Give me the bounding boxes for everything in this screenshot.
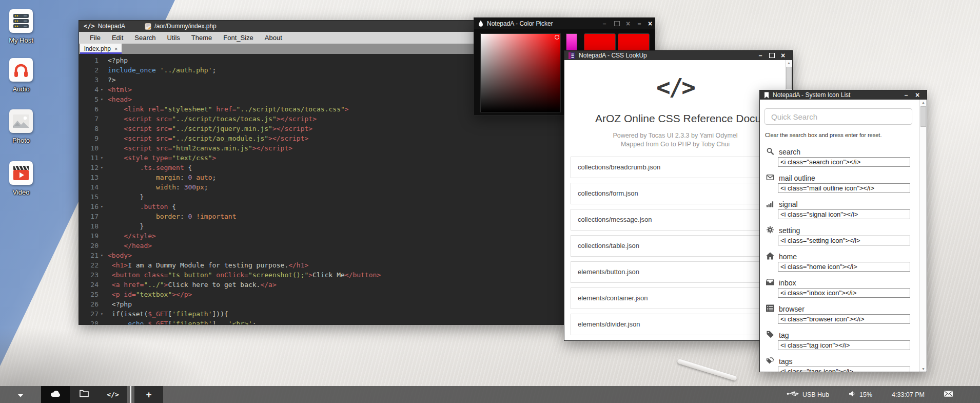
code-line: 11▾ <style type="text/css"> [79,153,567,163]
fold-gutter [99,124,105,133]
icon-code-input[interactable] [778,367,910,372]
usb-icon [787,391,802,398]
caret-down-icon [17,390,24,399]
menu-about[interactable]: About [259,32,288,44]
scroll-down-icon[interactable]: ▼ [920,367,927,371]
close-button[interactable]: × [778,51,788,60]
menu-file[interactable]: File [84,32,106,44]
fold-caret-icon[interactable]: ▾ [99,202,105,212]
fold-caret-icon[interactable]: ▾ [99,309,105,319]
minimize-button[interactable]: – [635,18,644,29]
clock[interactable]: 4:33:07 PM [892,391,925,398]
usb-status[interactable]: USB Hub [787,391,829,398]
icon-entry-signal: signal [766,200,915,220]
css-lookup-item[interactable]: elements/container.json [571,287,779,309]
tab-close-icon[interactable]: × [114,46,117,52]
css-lookup-item[interactable]: collections/table.json [571,235,779,257]
menu-theme[interactable]: Theme [186,32,218,44]
desktop-icon-label: My Host [0,36,42,44]
code-text: <button class="ts button" onClick="scree… [105,270,381,280]
css-lookup-item[interactable]: collections/breadcrumb.json [571,157,779,178]
scroll-up-icon[interactable]: ▲ [920,101,927,104]
taskbar-menu-button[interactable] [0,386,41,403]
icon-code-input[interactable] [778,157,910,167]
menu-utils[interactable]: Utils [162,32,186,44]
code-text: <script src="../script/tocas/tocas.js"><… [105,114,317,124]
icon-code-input[interactable] [778,340,910,350]
close-button[interactable]: × [912,90,923,100]
fold-caret-icon[interactable]: ▾ [99,163,105,172]
scrollbar-thumb[interactable] [920,106,926,127]
icon-code-input[interactable] [778,288,910,298]
desktop-icon-video[interactable]: Video [0,161,42,196]
line-number: 14 [79,182,99,192]
line-number: 7 [79,114,99,124]
fold-caret-icon[interactable]: ▾ [99,85,105,94]
code-line: 15 } [79,192,567,202]
iconlist-titlebar[interactable]: NotepadA - System Icon List – × [760,90,927,100]
line-number: 10 [79,143,99,153]
color-cursor[interactable] [555,35,559,40]
taskbar-tab-desktop[interactable] [41,386,70,403]
fold-caret-icon[interactable]: ▾ [99,94,105,104]
cloud-icon [50,390,61,399]
colorpicker-titlebar[interactable]: NotepadA - Color Picker – × – × [474,18,655,29]
css-lookup-item[interactable]: elements/button.json [571,261,779,283]
minimize-button[interactable]: – [901,90,911,100]
tab-index-php[interactable]: index.php × [80,44,122,54]
maximize-button[interactable] [612,18,622,29]
desktop-icon-my-host[interactable]: My Host [0,9,42,44]
fold-caret-icon[interactable]: ▾ [99,251,105,260]
icon-name: tags [779,357,792,366]
maximize-button[interactable] [767,51,777,60]
minimize-button[interactable]: – [755,51,766,60]
csslookup-file-list: collections/breadcrumb.jsoncollections/f… [571,157,779,340]
scrollbar[interactable]: ▲ ▼ [919,100,927,372]
line-number: 17 [79,212,99,221]
fold-gutter [99,260,105,270]
close-button[interactable]: × [623,18,633,29]
line-number: 23 [79,270,99,280]
search-icon [766,147,775,156]
css-lookup-item[interactable]: collections/message.json [571,209,779,231]
line-number: 19 [79,231,99,241]
desktop-icon-label: Audio [0,85,42,93]
color-swatch-red-1[interactable] [584,33,616,52]
desktop-icon-photo[interactable]: Photo [0,109,42,144]
code-text: <h1>I am a Dummy Module for testing purp… [105,260,308,270]
taskbar-tab-editor[interactable]: </> [99,386,127,403]
search-input[interactable] [765,108,912,125]
line-number: 9 [79,133,99,143]
csslookup-titlebar[interactable]: NotepadA - CSS LookUp – × [564,51,792,60]
taskbar-tab-files[interactable] [70,386,99,403]
desktop-icon-audio[interactable]: Audio [0,58,42,93]
line-number: 22 [79,260,99,270]
icon-code-input[interactable] [778,209,910,219]
css-lookup-item[interactable]: collections/form.json [571,183,779,204]
minimize-button[interactable]: – [599,18,610,29]
taskbar-add-tab-button[interactable]: + [134,386,163,403]
scrollbar-thumb[interactable] [786,67,792,89]
icon-code-input[interactable] [778,314,910,324]
menu-search[interactable]: Search [129,32,161,44]
css-lookup-item[interactable]: elements/divider.json [571,314,779,335]
notepad-file-icon [145,23,151,30]
icon-code-input[interactable] [778,183,910,193]
menu-edit[interactable]: Edit [106,32,129,44]
code-line: 27▾ if(isset($_GET['filepath'])){ [79,309,567,319]
color-swatch-red-2[interactable] [618,33,650,52]
line-number: 5 [79,94,99,104]
color-gradient-picker[interactable] [480,33,561,112]
close-button[interactable]: × [645,18,655,29]
hue-strip[interactable] [566,33,577,52]
line-number: 28 [79,319,99,324]
line-number: 11 [79,153,99,163]
icon-code-input[interactable] [778,236,910,245]
menu-font-size[interactable]: Font_Size [218,32,259,44]
fold-caret-icon[interactable]: ▾ [99,153,105,163]
volume-status[interactable]: 15% [849,391,872,398]
icon-name: search [779,148,800,156]
icon-code-input[interactable] [778,262,910,272]
scroll-up-icon[interactable]: ▲ [786,61,792,65]
notifications-button[interactable] [944,391,956,398]
